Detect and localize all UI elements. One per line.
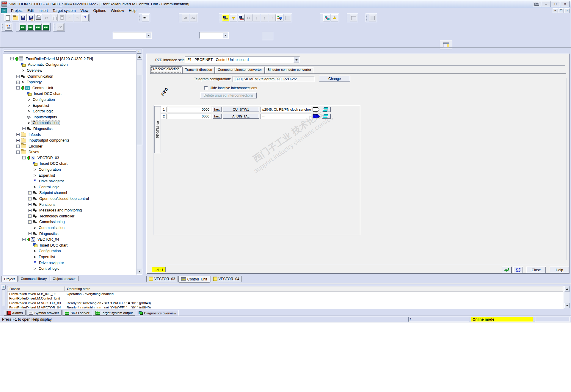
tab-binector-connector-converter[interactable]: Binector connector converter [265,67,314,73]
scroll-up-icon[interactable] [137,54,142,59]
tree-item[interactable]: +Messages and monitoring [3,207,136,213]
hex-format-button[interactable]: hex [212,114,222,119]
operating-state-column-header[interactable]: Operating state [65,286,563,291]
disconnect-target-system-button[interactable] [238,14,245,21]
refresh-button[interactable] [513,266,523,273]
menu-project[interactable]: Project [9,8,25,13]
tab-command-library[interactable]: Command library [18,276,50,281]
insert-device-button[interactable] [5,23,12,31]
tree-item[interactable]: +Infeeds [3,132,136,138]
menu-insert[interactable]: Insert [36,8,50,13]
tree-item[interactable]: >Control logic [3,184,136,190]
function-generator-button[interactable] [27,23,34,31]
close-icon[interactable]: x [137,50,141,54]
table-row[interactable]: FrontRollerDriverLM.Control_Unit [7,296,563,301]
tree-item-label[interactable]: Automatic Configuration [27,62,68,67]
tab-transmit-direction[interactable]: Transmit direction [182,67,215,73]
menu-window[interactable]: Window [109,8,126,13]
target-device-configuration-button[interactable] [323,14,330,21]
tree-item-label[interactable]: VECTOR_03 [37,156,60,160]
accessible-nodes-button[interactable] [142,14,149,21]
connect-target-system-button[interactable] [222,14,229,21]
expand-icon[interactable]: + [28,214,32,218]
collapse-icon[interactable]: − [22,238,26,241]
table-row[interactable]: FrontRollerDriverLM.VECTOR_04Ready for s… [7,305,563,309]
tree-item[interactable]: >Overview [3,68,136,73]
pzd-interface-select[interactable]: IF1: PROFINET - Control Unit onboard [185,57,300,63]
expand-icon[interactable]: + [28,209,32,212]
expand-icon[interactable]: + [28,191,32,195]
tree-item-label[interactable]: Communication [38,226,65,230]
tree-item[interactable]: +Commissioning [3,219,136,225]
tree-item-label[interactable]: Drive navigator [38,179,65,183]
document-tab-vector_03[interactable]: VECTOR_03 [146,276,178,282]
save-project-button[interactable] [20,14,27,21]
floating-toolbar-icon[interactable] [533,1,541,7]
tree-item-label[interactable]: Infeeds [28,133,42,137]
setpoint-combo[interactable] [199,32,229,39]
hex-format-button[interactable]: hex [212,107,222,112]
tree-item[interactable]: −cuControl_Unit [3,85,136,91]
hide-inactive-checkbox[interactable] [204,86,208,90]
save-and-compile-button[interactable] [27,14,34,21]
tree-item[interactable]: >Control logic [3,266,136,272]
tree-item-label[interactable]: VECTOR_04 [37,237,60,242]
help-button[interactable]: Help [550,266,569,273]
tab-project[interactable]: Project [1,276,18,282]
tree-item-label[interactable]: Commissioning [38,220,65,224]
tree-item-label[interactable]: FrontRollerDriverLM [S120 CU320-2 PN] [25,57,94,61]
context-help-button[interactable]: ? [81,14,89,21]
maximize-button[interactable]: □ [551,1,560,7]
expand-icon[interactable]: + [16,145,20,148]
signal-button[interactable]: A_DIGITAL [222,114,259,119]
navigator-grip[interactable]: x [3,49,142,54]
expand-icon[interactable]: + [28,232,32,235]
tree-item-label[interactable]: Encoder [28,144,43,148]
collapse-icon[interactable]: − [16,150,20,154]
monitoring-button[interactable] [276,14,283,21]
tree-item[interactable]: Insert DCC chart [3,91,136,97]
signal-button[interactable]: CU_STW1 [222,107,259,112]
tree-item[interactable]: >Expert list [3,254,136,260]
expand-icon[interactable]: + [28,197,32,200]
measuring-function-button[interactable] [34,23,42,31]
tree-item-label[interactable]: Drives [28,150,40,154]
tab-alarms[interactable]: Alarms [4,310,26,316]
expand-icon[interactable]: + [16,81,20,84]
chevron-down-icon[interactable] [146,32,151,38]
menu-target-system[interactable]: Target system [50,8,78,13]
tree-item-label[interactable]: Configuration [32,98,56,102]
tree-item-label[interactable]: Open-loop/closed-loop control [38,197,90,201]
mdi-restore-button[interactable]: ❐ [559,8,564,13]
mdi-minimize-button[interactable]: – [553,8,558,13]
menu-edit[interactable]: Edit [25,8,36,13]
tree-item-label[interactable]: Configuration [38,249,62,253]
change-button[interactable]: Change [319,76,350,82]
collapse-icon[interactable]: − [10,57,14,60]
show-detail-view-button[interactable] [440,40,452,49]
menu-options[interactable]: Options [91,8,108,13]
download-to-target-button[interactable] [230,14,237,21]
menu-view[interactable]: View [78,8,91,13]
tree-item-label[interactable]: Input/output components [28,138,70,142]
tree-item[interactable]: +>Topology [3,79,136,85]
tree-item-label[interactable]: Communication [32,121,59,125]
tree-item-label[interactable]: Expert list [32,104,50,108]
menu-help[interactable]: Help [126,8,139,13]
tree-item[interactable]: +Encoder [3,143,136,149]
print-button[interactable] [35,14,42,21]
tree-item[interactable]: *Drive navigator [3,178,136,184]
tree-item-label[interactable]: Drive navigator [38,261,65,265]
tree-item[interactable]: >Configuration [3,248,136,254]
tree-item[interactable]: Insert DCC chart [3,161,136,167]
expand-icon[interactable]: + [28,203,32,206]
close-dialog-button[interactable]: Close [526,266,546,273]
scrollbar-thumb[interactable] [137,75,142,145]
interconnection-target-field[interactable]: -- [261,114,311,119]
tree-item-label[interactable]: Diagnostics [38,232,59,236]
expand-icon[interactable]: + [16,75,20,78]
tree-item-label[interactable]: Functions [38,203,56,207]
expand-icon[interactable]: + [28,220,32,224]
tree-item[interactable]: −FrontRollerDriverLM [S120 CU320-2 PN] [3,56,136,62]
scroll-up-icon[interactable] [564,286,570,291]
